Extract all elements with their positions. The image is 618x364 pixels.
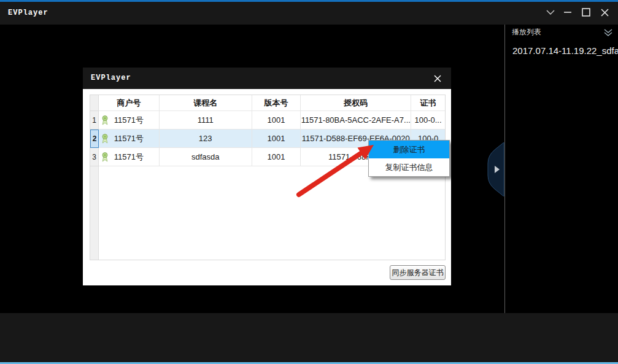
- sidebar-collapse-tab[interactable]: [487, 142, 504, 196]
- table-row[interactable]: 1 11571号 1111 1001 11571-80BA-5ACC-2AFE-…: [90, 111, 445, 130]
- version-cell: 1001: [252, 111, 301, 130]
- table-header-row: 商户号 课程名 版本号 授权码 证书: [90, 95, 445, 111]
- col-header-auth[interactable]: 授权码: [301, 95, 411, 111]
- maximize-button[interactable]: [578, 5, 594, 20]
- merchant-cell: 11571号: [99, 130, 160, 148]
- course-cell: 1111: [160, 111, 252, 130]
- playlist-header: 播放列表: [512, 27, 541, 37]
- merchant-cell: 11571号: [99, 111, 160, 130]
- menu-item-copy-cert-info[interactable]: 复制证书信息: [369, 158, 449, 176]
- course-cell: 123: [160, 130, 252, 148]
- certificate-table: 商户号 课程名 版本号 授权码 证书 1 11571号 1111 1001 11…: [90, 95, 446, 260]
- version-cell: 1001: [252, 148, 301, 166]
- window-titlebar[interactable]: EVPlayer: [0, 2, 618, 25]
- minimize-button[interactable]: [560, 5, 576, 20]
- merchant-value: 11571号: [114, 152, 144, 163]
- row-number-cell[interactable]: 3: [90, 148, 99, 166]
- version-cell: 1001: [252, 130, 301, 148]
- auth-cell: 11571-80BA-5ACC-2AFE-A7...: [301, 111, 411, 130]
- certificate-medal-icon: [101, 115, 109, 127]
- course-cell: sdfasda: [160, 148, 252, 166]
- playlist-sidebar: 播放列表 2017.07.14-11.19.22_sdfas: [504, 25, 618, 313]
- dialog-close-icon[interactable]: [430, 71, 445, 86]
- row-number-cell[interactable]: 2: [90, 130, 99, 148]
- merchant-value: 11571号: [114, 115, 144, 126]
- window-title: EVPlayer: [8, 9, 48, 17]
- dialog-title: EVPlayer: [91, 74, 131, 82]
- certificate-medal-icon: [101, 134, 109, 145]
- col-header-course[interactable]: 课程名: [160, 95, 252, 111]
- certificate-medal-icon: [101, 152, 109, 164]
- player-control-bar: 1.0x 1.0x 00:00/00:00: [0, 313, 618, 362]
- playlist-item[interactable]: 2017.07.14-11.19.22_sdfas: [512, 45, 618, 56]
- col-header-version[interactable]: 版本号: [252, 95, 301, 111]
- col-header-merchant[interactable]: 商户号: [99, 95, 160, 111]
- col-header-cert[interactable]: 证书: [411, 95, 445, 111]
- menu-item-delete-cert[interactable]: 删除证书: [369, 141, 449, 158]
- evplayer-window: EVPlayer 播放列表 2017.07.14-11.19.22_sdfas …: [0, 0, 618, 364]
- double-chevron-down-icon[interactable]: [604, 28, 612, 39]
- context-menu: 删除证书 复制证书信息: [368, 140, 450, 177]
- row-number-cell[interactable]: 1: [90, 111, 99, 130]
- dialog-titlebar[interactable]: EVPlayer: [83, 68, 451, 89]
- merchant-value: 11571号: [114, 133, 144, 144]
- merchant-cell: 11571号: [99, 148, 160, 166]
- chevron-down-icon[interactable]: [543, 5, 558, 20]
- sync-server-cert-button[interactable]: 同步服务器证书: [390, 265, 446, 280]
- cert-cell: 100-0...: [411, 111, 445, 130]
- close-button[interactable]: [597, 5, 612, 20]
- corner-header-cell: [90, 95, 99, 111]
